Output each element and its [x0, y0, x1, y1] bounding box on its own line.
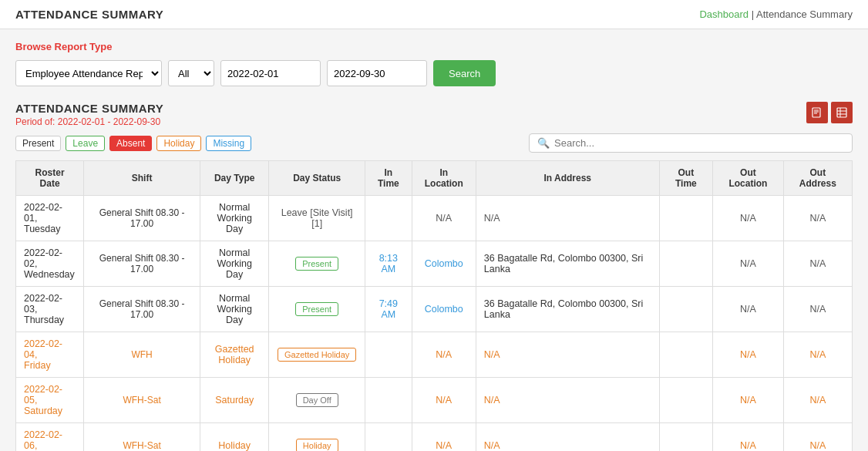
col-out-location: Out Location — [713, 161, 784, 196]
search-icon: 🔍 — [537, 137, 550, 149]
status-badge-holiday: Holiday — [296, 439, 338, 451]
cell-in-address: N/A — [476, 196, 659, 241]
section-header: ATTENDANCE SUMMARY Period of: 2022-02-01… — [15, 102, 853, 127]
export-pdf-button[interactable] — [806, 102, 828, 123]
cell-out-time — [659, 378, 712, 423]
table-row: 2022-02-06, SundayWFH-SatHolidayHolidayN… — [16, 423, 853, 452]
page-title: ATTENDANCE SUMMARY — [15, 8, 163, 21]
date-to-input[interactable] — [327, 60, 427, 86]
badge-leave[interactable]: Leave — [66, 136, 105, 151]
section-title: ATTENDANCE SUMMARY — [15, 102, 163, 115]
badge-present[interactable]: Present — [15, 136, 61, 151]
browse-label: Browse Report Type — [15, 41, 853, 52]
cell-in-address: N/A — [476, 378, 659, 423]
search-input[interactable] — [554, 137, 844, 149]
cell-out-location: N/A — [713, 378, 784, 423]
cell-shift: WFH — [84, 332, 200, 378]
badge-missing[interactable]: Missing — [206, 136, 251, 151]
cell-out-time — [659, 196, 712, 241]
cell-shift: WFH-Sat — [84, 423, 200, 452]
cell-day-status: Present — [269, 287, 365, 332]
all-select[interactable]: All — [168, 60, 214, 86]
cell-shift: WFH-Sat — [84, 378, 200, 423]
status-badge-present: Present — [295, 302, 338, 316]
cell-out-time — [659, 287, 712, 332]
status-badge-gazetted: Gazetted Holiday — [278, 348, 356, 362]
cell-in-location: N/A — [412, 332, 476, 378]
table-row: 2022-02-04, FridayWFHGazetted HolidayGaz… — [16, 332, 853, 378]
cell-out-location: N/A — [713, 241, 784, 287]
table-row: 2022-02-03, ThursdayGeneral Shift 08.30 … — [16, 287, 853, 332]
search-button[interactable]: Search — [433, 60, 496, 86]
badge-absent[interactable]: Absent — [109, 136, 152, 151]
status-badge-present: Present — [295, 257, 338, 271]
table-row: 2022-02-02, WednesdayGeneral Shift 08.30… — [16, 241, 853, 287]
col-day-status: Day Status — [269, 161, 365, 196]
cell-day-status: Holiday — [269, 423, 365, 452]
col-shift: Shift — [84, 161, 200, 196]
col-roster-date: Roster Date — [16, 161, 84, 196]
top-bar: ATTENDANCE SUMMARY Dashboard | Attendanc… — [0, 0, 868, 29]
period-label: Period of: — [15, 116, 55, 127]
cell-out-location: N/A — [713, 332, 784, 378]
cell-in-time: 7:49 AM — [365, 287, 412, 332]
breadcrumb: Dashboard | Attendance Summary — [699, 8, 853, 20]
table-row: 2022-02-01, TuesdayGeneral Shift 08.30 -… — [16, 196, 853, 241]
cell-in-location: N/A — [412, 423, 476, 452]
cell-shift: General Shift 08.30 - 17.00 — [84, 241, 200, 287]
cell-in-address: 36 Bagatalle Rd, Colombo 00300, Sri Lank… — [476, 241, 659, 287]
cell-roster-date: 2022-02-05, Saturday — [16, 378, 84, 423]
cell-roster-date: 2022-02-02, Wednesday — [16, 241, 84, 287]
cell-roster-date: 2022-02-03, Thursday — [16, 287, 84, 332]
report-type-select[interactable]: Employee Attendance Report — [15, 60, 162, 86]
badge-holiday[interactable]: Holiday — [156, 136, 201, 151]
cell-day-type: Normal Working Day — [200, 241, 268, 287]
cell-day-status: Day Off — [269, 378, 365, 423]
cell-out-time — [659, 423, 712, 452]
cell-in-location: Colombo — [412, 241, 476, 287]
cell-out-address: N/A — [783, 241, 852, 287]
breadcrumb-dashboard[interactable]: Dashboard — [699, 8, 749, 20]
cell-out-address: N/A — [783, 196, 852, 241]
cell-out-time — [659, 332, 712, 378]
cell-day-type: Normal Working Day — [200, 287, 268, 332]
export-icons — [806, 102, 853, 123]
cell-out-address: N/A — [783, 378, 852, 423]
export-excel-button[interactable] — [831, 102, 853, 123]
cell-out-address: N/A — [783, 287, 852, 332]
controls-row: Present Leave Absent Holiday Missing 🔍 — [15, 133, 853, 153]
cell-shift: General Shift 08.30 - 17.00 — [84, 196, 200, 241]
cell-out-location: N/A — [713, 287, 784, 332]
cell-in-address: 36 Bagatalle Rd, Colombo 00300, Sri Lank… — [476, 287, 659, 332]
cell-roster-date: 2022-02-04, Friday — [16, 332, 84, 378]
cell-day-status: Present — [269, 241, 365, 287]
cell-in-time — [365, 378, 412, 423]
cell-in-location: N/A — [412, 378, 476, 423]
col-out-address: Out Address — [783, 161, 852, 196]
cell-roster-date: 2022-02-01, Tuesday — [16, 196, 84, 241]
legend-badges: Present Leave Absent Holiday Missing — [15, 136, 251, 151]
period-text: Period of: 2022-02-01 - 2022-09-30 — [15, 116, 163, 127]
cell-out-location: N/A — [713, 423, 784, 452]
cell-roster-date: 2022-02-06, Sunday — [16, 423, 84, 452]
col-out-time: Out Time — [659, 161, 712, 196]
cell-in-location: Colombo — [412, 287, 476, 332]
search-box: 🔍 — [529, 133, 853, 153]
cell-out-address: N/A — [783, 423, 852, 452]
cell-in-time — [365, 196, 412, 241]
cell-in-location: N/A — [412, 196, 476, 241]
status-badge-dayoff: Day Off — [296, 393, 338, 407]
col-day-type: Day Type — [200, 161, 268, 196]
cell-in-address: N/A — [476, 423, 659, 452]
cell-day-status: Gazetted Holiday — [269, 332, 365, 378]
svg-rect-4 — [837, 108, 846, 117]
cell-in-time — [365, 423, 412, 452]
table-header-row: Roster Date Shift Day Type Day Status In… — [16, 161, 853, 196]
table-row: 2022-02-05, SaturdayWFH-SatSaturdayDay O… — [16, 378, 853, 423]
cell-day-type: Holiday — [200, 423, 268, 452]
cell-out-address: N/A — [783, 332, 852, 378]
date-from-input[interactable] — [220, 60, 321, 86]
status-badge-leave: Leave [Site Visit] [1] — [281, 207, 353, 229]
cell-day-type: Normal Working Day — [200, 196, 268, 241]
cell-day-type: Gazetted Holiday — [200, 332, 268, 378]
